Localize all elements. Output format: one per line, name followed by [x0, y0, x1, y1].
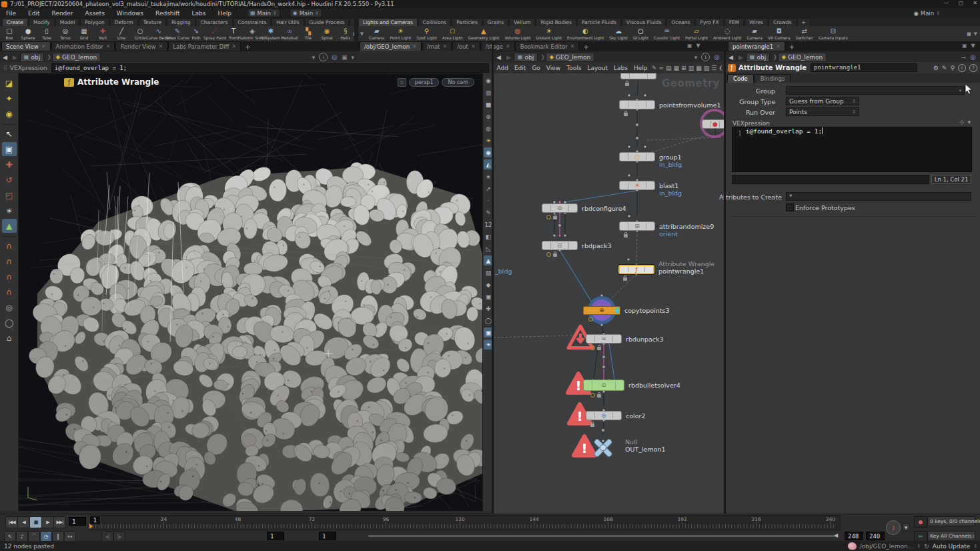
shelf-tab-modify[interactable]: Modify	[29, 18, 55, 26]
tool-select-icon[interactable]: ↖	[2, 127, 17, 141]
node-group1[interactable]: ○	[619, 152, 655, 161]
jump-start-button[interactable]: |◀◀	[5, 516, 18, 528]
tool-rotate-icon[interactable]: ↺	[2, 173, 17, 187]
shelf-tool-spiral[interactable]: ◉Spiral	[318, 26, 336, 41]
dropdown-icon[interactable]: ▾	[694, 54, 698, 61]
close-icon[interactable]: ✕	[506, 43, 510, 49]
shelf-tool-gi-light[interactable]: ○GI Light	[630, 26, 651, 41]
node-attribrandomize9[interactable]: ⊞	[619, 221, 655, 231]
shelf-tool-null[interactable]: ✚Null	[93, 26, 112, 41]
close-icon[interactable]: ✕	[570, 43, 575, 49]
range-slider[interactable]	[368, 535, 838, 537]
shelf-tool-environment-light[interactable]: ◐Environment Light	[564, 26, 606, 41]
node-pointwrangle1[interactable]: ƒ	[618, 265, 654, 274]
update-mode-spinner-icon[interactable]: ⇕	[973, 544, 977, 549]
net-toolbar-icon-0[interactable]: ✎	[652, 65, 657, 71]
gear-icon[interactable]: ⚙	[933, 65, 939, 71]
node-rbdunpack3[interactable]: ≡	[586, 334, 622, 344]
vex-code-editor[interactable]: 1i@found_overlap = 1;	[732, 127, 972, 172]
range-end-field[interactable]: 240	[866, 532, 885, 540]
shelf-tab--[interactable]: +	[797, 18, 811, 26]
view-quickplane-icon[interactable]: ◪	[2, 76, 17, 90]
scene-tab-scene-view[interactable]: Scene View✕	[1, 41, 51, 51]
net-toolbar-icon-4[interactable]: ⊞	[681, 65, 686, 71]
tool-scale-icon[interactable]: ◰	[2, 188, 17, 202]
network-tab--out[interactable]: /out✕	[452, 41, 480, 51]
current-frame-field[interactable]: 1	[69, 517, 86, 526]
shelf-tool-distant-light[interactable]: ☀Distant Light	[534, 26, 564, 41]
pin-icon[interactable]: ⊸	[961, 54, 967, 61]
enforce-prototypes-checkbox[interactable]	[786, 203, 794, 211]
scene-new-tab-button[interactable]: +	[241, 43, 254, 51]
shelf-tab-model[interactable]: Model	[55, 18, 80, 26]
node-pointsfromvolume1[interactable]: ∴	[619, 100, 655, 109]
editor-menu-icon[interactable]: ▾	[967, 119, 971, 125]
close-icon[interactable]: ✕	[471, 43, 476, 49]
shelf-tool-geometry-light[interactable]: ▲Geometry Light	[466, 26, 502, 41]
desktop-selector-2[interactable]: ◉Main⇕	[290, 9, 322, 17]
node-copytopoints3[interactable]: ⊕	[583, 306, 620, 315]
param-tab-code[interactable]: Code	[727, 74, 754, 83]
shelf-tab-rigid-bodies[interactable]: Rigid Bodies	[536, 18, 576, 26]
net-toolbar-icon-1[interactable]: ≈	[659, 65, 664, 71]
shelf-tool-portal-light[interactable]: ▱Portal Light	[682, 26, 710, 41]
range-subend-field[interactable]: 248	[845, 532, 863, 540]
network-tab--mat[interactable]: /mat✕	[422, 41, 452, 51]
net-menu-edit[interactable]: Edit	[511, 65, 528, 71]
snap-point-icon[interactable]: ∩	[2, 269, 17, 284]
view-home-icon[interactable]: ⌂	[2, 331, 17, 345]
shelf-tab-collisions[interactable]: Collisions	[418, 18, 451, 26]
info-icon[interactable]: i	[958, 64, 966, 72]
desktop-selector-1[interactable]: ▦Main⇕	[247, 9, 280, 17]
brush-icon[interactable]: ✎	[942, 65, 947, 71]
param-node-name-field[interactable]: pointwrangle1	[811, 63, 917, 72]
network-tab-end-controls[interactable]: ▣▼	[687, 43, 700, 49]
shelf-tab-pyro-fx[interactable]: Pyro FX	[695, 18, 723, 26]
scene-back-button[interactable]: ◀	[0, 54, 10, 61]
shelf-tool-line[interactable]: ╱Line	[112, 26, 131, 41]
close-icon[interactable]: ✕	[776, 43, 781, 49]
shelf-tab-wires[interactable]: Wires	[745, 18, 768, 26]
opbar-grip-icon[interactable]: ⣿	[0, 65, 10, 71]
tool-move-icon[interactable]: ✚	[2, 157, 17, 171]
net-toolbar-icon-3[interactable]: ▦	[674, 65, 680, 71]
shelf-tab-constraints[interactable]: Constraints	[233, 18, 272, 26]
param-tab-bindings[interactable]: Bindings	[755, 74, 791, 83]
pane-divider-right[interactable]	[724, 41, 726, 514]
close-icon[interactable]: ✕	[41, 43, 46, 49]
jump-end-button[interactable]: ▶▶|	[53, 516, 66, 528]
shelf-tab-crowds[interactable]: Crowds	[769, 18, 797, 26]
scene-viewport[interactable]: ƒ Attribute Wrangle ⚿ persp1 No cam	[19, 73, 482, 511]
network-back-button[interactable]: ◀	[494, 54, 504, 61]
menu-file[interactable]: File	[0, 10, 22, 17]
scene-forward-button[interactable]: ▶	[10, 54, 20, 61]
shelf-tab-oceans[interactable]: Oceans	[666, 18, 694, 26]
net-toolbar-icon-7[interactable]: ▨	[704, 65, 710, 71]
shelf-tab-particle-fluids[interactable]: Particle Fluids	[577, 18, 621, 26]
net-menu-layout[interactable]: Layout	[584, 65, 611, 71]
context-path-dropdown[interactable]: /obj/GEO_lemon...	[860, 543, 914, 550]
shelf-tab-fem[interactable]: FEM	[724, 18, 745, 26]
shelf-tool-ambient-light[interactable]: ◌Ambient Light	[710, 26, 744, 41]
node-rbdconfigure4[interactable]: ⊚	[542, 203, 578, 213]
shelf-tool-volume-light[interactable]: ◍Volume Light	[502, 26, 533, 41]
menu-render[interactable]: Render	[46, 10, 79, 17]
network-path-chip-geo_lemon[interactable]: ◆GEO_lemon	[546, 53, 594, 62]
param-tab-pointwrangle1[interactable]: pointwrangle1✕	[728, 41, 785, 51]
radial-menu-icon[interactable]: ◉	[2, 107, 17, 121]
magnifier-icon[interactable]: ⚲	[950, 65, 955, 71]
node-OUT_lemon1[interactable]	[590, 434, 616, 461]
snap-multi-icon[interactable]: ∩	[2, 285, 17, 299]
node-color2[interactable]: ⊛	[586, 411, 622, 420]
menu-windows[interactable]: Windows	[111, 10, 149, 17]
link-badge[interactable]: 1	[701, 53, 710, 61]
shelf-tool-l-system[interactable]: ✱L-System	[262, 26, 280, 41]
network-new-tab-button[interactable]: +	[580, 43, 592, 51]
shelf-tool-grid[interactable]: ▦Grid	[75, 26, 93, 41]
pane-max-icon[interactable]: ▣	[342, 54, 348, 61]
close-button[interactable]: ✕	[973, 0, 977, 6]
close-icon[interactable]: ✕	[412, 43, 417, 49]
menu-help[interactable]: Help	[212, 10, 238, 17]
shelf-tab-lights-and-cameras[interactable]: Lights and Cameras	[358, 18, 418, 26]
shelf-right-end-controls[interactable]: ■▼	[964, 26, 980, 41]
